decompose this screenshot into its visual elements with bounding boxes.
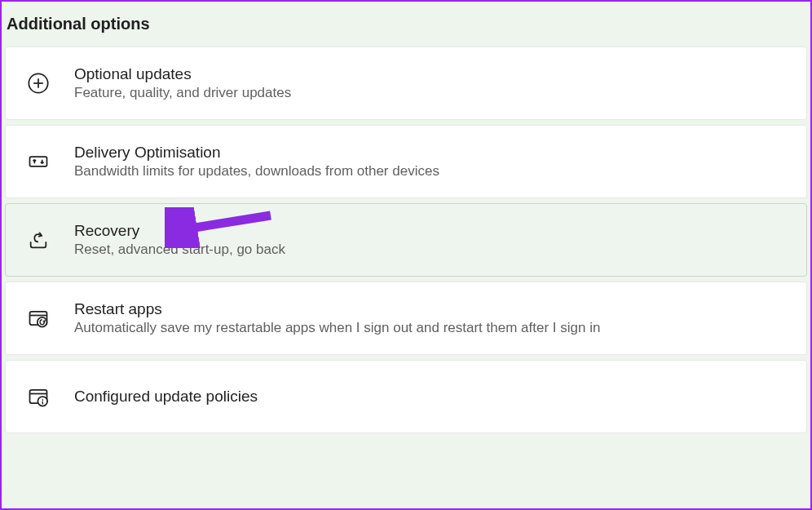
- option-restart-apps[interactable]: Restart apps Automatically save my resta…: [5, 282, 807, 355]
- option-delivery-optimisation[interactable]: Delivery Optimisation Bandwidth limits f…: [5, 125, 807, 198]
- option-title: Configured update policies: [74, 388, 258, 406]
- recovery-icon: [25, 227, 51, 253]
- restart-apps-icon: [25, 305, 51, 331]
- section-title: Additional options: [2, 2, 810, 47]
- svg-point-12: [42, 399, 43, 401]
- option-optional-updates[interactable]: Optional updates Feature, quality, and d…: [5, 47, 807, 120]
- option-text: Delivery Optimisation Bandwidth limits f…: [74, 144, 439, 180]
- plus-circle-icon: [25, 70, 51, 96]
- update-policies-icon: [25, 384, 51, 410]
- option-text: Restart apps Automatically save my resta…: [74, 300, 600, 336]
- option-configured-policies[interactable]: Configured update policies: [5, 360, 807, 433]
- svg-rect-13: [42, 401, 43, 405]
- option-title: Recovery: [74, 222, 285, 240]
- option-title: Restart apps: [74, 300, 600, 318]
- option-desc: Bandwidth limits for updates, downloads …: [74, 163, 439, 180]
- option-desc: Feature, quality, and driver updates: [74, 85, 291, 101]
- svg-rect-3: [30, 157, 47, 166]
- option-text: Recovery Reset, advanced start-up, go ba…: [74, 222, 285, 258]
- svg-point-11: [38, 397, 47, 406]
- option-text: Configured update policies: [74, 388, 258, 406]
- option-desc: Reset, advanced start-up, go back: [74, 242, 285, 258]
- options-list: Optional updates Feature, quality, and d…: [2, 47, 810, 433]
- option-text: Optional updates Feature, quality, and d…: [74, 65, 291, 101]
- option-recovery[interactable]: Recovery Reset, advanced start-up, go ba…: [5, 203, 807, 277]
- delivery-icon: [25, 149, 51, 175]
- option-title: Delivery Optimisation: [74, 144, 439, 162]
- svg-point-8: [38, 317, 47, 327]
- option-title: Optional updates: [74, 65, 291, 83]
- option-desc: Automatically save my restartable apps w…: [74, 320, 600, 336]
